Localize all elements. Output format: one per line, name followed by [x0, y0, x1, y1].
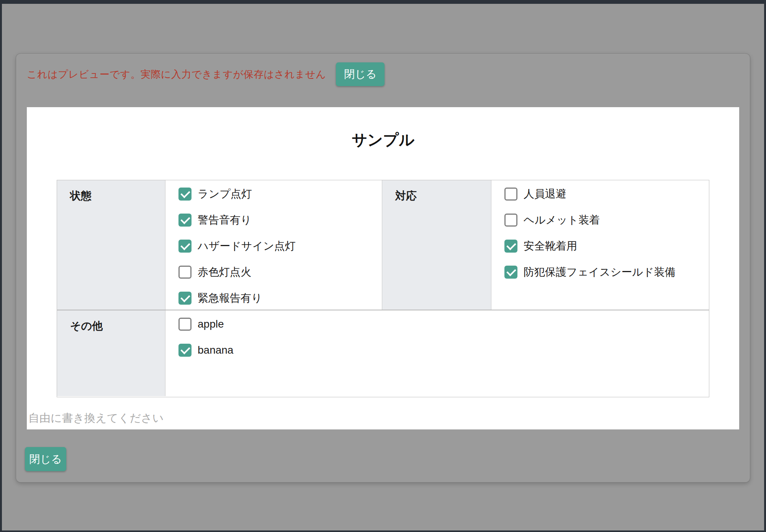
form-card: サンプル 状態 ランプ点灯 [27, 107, 739, 429]
table-row: 状態 ランプ点灯 警告音有り [57, 180, 709, 310]
checkbox-label: 安全靴着用 [524, 239, 577, 253]
free-text-input[interactable] [28, 409, 619, 427]
checkbox-label: ヘルメット装着 [524, 213, 600, 227]
checkbox-item[interactable]: apple [178, 311, 709, 337]
checkbox-item[interactable]: banana [178, 337, 709, 363]
checkbox[interactable] [504, 266, 517, 279]
checkbox-label: apple [198, 318, 224, 330]
form-title: サンプル [27, 129, 739, 150]
checkbox-group-other: apple banana [165, 310, 709, 396]
row-label-status: 状態 [57, 180, 165, 310]
checkbox-label: 防犯保護フェイスシールド装備 [524, 265, 676, 279]
checkbox[interactable] [504, 188, 517, 201]
preview-warning-text: これはプレビューです。実際に入力できますが保存はされません [27, 68, 326, 81]
close-button[interactable]: 閉じる [25, 447, 66, 471]
checkbox-item[interactable]: 緊急報告有り [178, 285, 382, 311]
table-row: その他 apple banana [57, 310, 709, 396]
checkbox-item[interactable]: 防犯保護フェイスシールド装備 [504, 259, 709, 285]
checkbox-group-status: ランプ点灯 警告音有り ハザードサイン点灯 [165, 180, 382, 310]
checkbox-label: 緊急報告有り [198, 291, 262, 305]
checkbox-label: ハザードサイン点灯 [198, 239, 296, 253]
row-label-other: その他 [57, 310, 165, 396]
checkbox-label: ランプ点灯 [198, 187, 252, 201]
checkbox-item[interactable]: ハザードサイン点灯 [178, 233, 382, 259]
page-background: これはプレビューです。実際に入力できますが保存はされません 閉じる サンプル 状… [2, 4, 764, 530]
checkbox[interactable] [178, 214, 192, 227]
checkbox-table: 状態 ランプ点灯 警告音有り [57, 180, 709, 397]
checkbox-item[interactable]: 人員退避 [504, 181, 709, 207]
checkbox[interactable] [504, 240, 517, 253]
preview-banner: これはプレビューです。実際に入力できますが保存はされません 閉じる [27, 62, 385, 86]
checkbox[interactable] [504, 214, 517, 227]
checkbox-item[interactable]: 赤色灯点火 [178, 259, 382, 285]
checkbox[interactable] [178, 344, 192, 357]
checkbox-label: 赤色灯点火 [198, 265, 251, 279]
checkbox-label: banana [198, 344, 233, 356]
row-label-response: 対応 [382, 180, 491, 310]
checkbox[interactable] [178, 292, 192, 305]
checkbox-item[interactable]: ヘルメット装着 [504, 207, 709, 233]
close-preview-button[interactable]: 閉じる [336, 62, 385, 86]
checkbox-item[interactable]: 安全靴着用 [504, 233, 709, 259]
checkbox-item[interactable]: ランプ点灯 [178, 181, 382, 207]
checkbox-label: 人員退避 [524, 187, 566, 201]
checkbox-label: 警告音有り [198, 213, 252, 227]
checkbox[interactable] [178, 240, 192, 253]
checkbox-group-response: 人員退避 ヘルメット装着 安全靴着用 [491, 180, 709, 310]
checkbox[interactable] [178, 188, 192, 201]
checkbox-item[interactable]: 警告音有り [178, 207, 382, 233]
checkbox[interactable] [178, 266, 192, 279]
preview-panel: これはプレビューです。実際に入力できますが保存はされません 閉じる サンプル 状… [16, 54, 750, 482]
checkbox[interactable] [178, 318, 192, 331]
